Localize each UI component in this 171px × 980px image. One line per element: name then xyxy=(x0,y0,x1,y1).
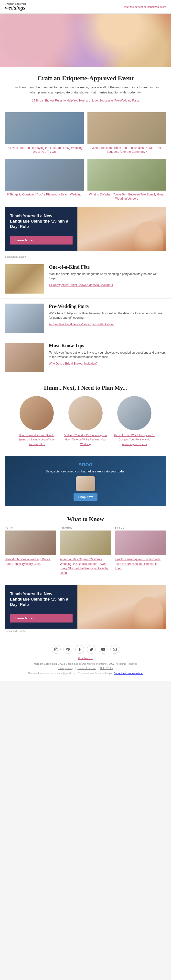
bottom-ad-person-image xyxy=(134,597,163,628)
circle-caption-link[interactable]: These Are the Worst Things You're Doing … xyxy=(113,434,155,445)
craft-link[interactable]: 14 Bridal Shower Rules to Help You Host … xyxy=(32,99,139,102)
col-style: STYLE Tips for Ensuring Your Bridesmaids… xyxy=(115,526,166,575)
article-item: What Should the Bride and Bridesmaids Do… xyxy=(88,112,166,154)
bottom-ad-text-content: Teach Yourself a New Language Using the … xyxy=(5,585,77,628)
bottom-ad-sponsored-label: Sponsored / Babbel xyxy=(0,629,171,635)
prewedding-heading: Pre-Wedding Party xyxy=(49,304,166,309)
facebook-icon[interactable] xyxy=(75,645,84,654)
articles-row-1: The Pros and Cons of Buying the First (a… xyxy=(0,110,171,157)
logo: MARTHA STEWART weddings xyxy=(5,3,26,11)
ad-heading: Teach Yourself a New Language Using the … xyxy=(10,213,73,229)
svg-point-2 xyxy=(57,648,58,649)
fete-link[interactable]: 41 Unexpected Bridal Shower Ideas to Boo… xyxy=(49,283,113,287)
mustknow-text: Must-Know Tips To help you figure out wh… xyxy=(49,343,166,366)
fete-section: One-of-a-Kind Fête Mark the special day … xyxy=(0,259,171,298)
circle-caption-link[interactable]: 5 Things You May Be Spending Too Much Ti… xyxy=(64,434,107,445)
privacy-policy-link[interactable]: Privacy Policy xyxy=(58,667,73,670)
ad-sponsored-label: Sponsored / Babbel xyxy=(0,255,171,259)
snoo-ad-banner: snoo Safe, science-based cot that helps … xyxy=(5,456,166,506)
col-img-inner xyxy=(60,530,111,555)
article-link[interactable]: 8 Things to Consider If You're Planning … xyxy=(7,193,82,196)
svg-point-1 xyxy=(56,649,57,650)
articles-row-2: 8 Things to Consider If You're Planning … xyxy=(0,156,171,203)
snoo-tagline: Safe, science-based cot that helps sleep… xyxy=(46,469,126,474)
email-info: This email was sent to someone@gmail.com… xyxy=(5,671,166,676)
col-article-link-style[interactable]: Tips for Ensuring Your Bridesmaids Love … xyxy=(115,558,160,570)
mustknow-image xyxy=(5,343,44,372)
hmm-heading: Hmm...Next, I Need to Plan My... xyxy=(5,385,166,391)
three-col-layout: PLAN How Much Does a Wedding Dance Floor… xyxy=(5,526,166,575)
circle-item: Here's How Much You Should Spend on Each… xyxy=(14,396,59,446)
prewedding-image-container xyxy=(5,304,44,333)
col-image-style xyxy=(115,530,166,555)
article-title: What to Do When You're Torn Between Two … xyxy=(88,192,166,201)
mustknow-link[interactable]: Who Gets a Bridal Shower Invitation? xyxy=(49,362,97,365)
social-icons-row xyxy=(5,645,166,654)
circles-row: Here's How Much You Should Spend on Each… xyxy=(5,396,166,446)
article-image xyxy=(88,159,166,191)
article-item: The Pros and Cons of Buying the First (a… xyxy=(5,112,84,154)
prewedding-image xyxy=(5,304,44,333)
twitter-icon[interactable] xyxy=(87,645,96,654)
col-image-inspire xyxy=(60,530,111,555)
mustknow-image-container xyxy=(5,343,44,372)
what-to-know-section: What to Know PLAN How Much Does a Weddin… xyxy=(0,511,171,580)
circle-inner-image xyxy=(69,396,102,430)
mustknow-heading: Must-Know Tips xyxy=(49,343,166,348)
article-link[interactable]: The Pros and Cons of Buying the First (a… xyxy=(6,146,83,154)
help-link[interactable]: Help Center xyxy=(100,667,113,670)
ad-banner-babbel-2: Teach Yourself a New Language Using the … xyxy=(5,585,166,629)
instagram-icon[interactable] xyxy=(52,645,61,654)
col-img-inner xyxy=(5,530,56,555)
fete-heading: One-of-a-Kind Fête xyxy=(49,264,166,270)
circle-caption-link[interactable]: Here's How Much You Should Spend on Each… xyxy=(19,434,55,445)
logo-main: weddings xyxy=(5,5,25,11)
prewedding-section: Pre-Wedding Party We're here to help you… xyxy=(0,298,171,338)
col-article-link-inspire[interactable]: Ahead of This Organic California Wedding… xyxy=(60,558,109,575)
fete-image-container xyxy=(5,264,44,294)
header-nav-link[interactable]: Plan the perfect personalized event xyxy=(124,5,166,8)
email-note: This email was forwarded to you xyxy=(78,672,113,675)
mustknow-body: To help you figure out who to invite to … xyxy=(49,350,166,359)
footer-privacy-links: Privacy Policy | Terms of Service | Help… xyxy=(5,666,166,671)
prewedding-body: We're here to help you outline the event… xyxy=(49,311,166,320)
youtube-icon[interactable] xyxy=(99,645,107,654)
col-label-inspire: INSPIRE xyxy=(60,526,111,529)
subscribe-newsletter-link[interactable]: Subscribe to our newsletter xyxy=(114,672,144,675)
bottom-learn-more-button[interactable]: Learn More xyxy=(10,614,73,622)
col-inspire: INSPIRE Ahead of This Organic California… xyxy=(60,526,111,575)
email-sent-to-text: This email was sent to someone@gmail.com xyxy=(27,672,76,675)
circle-image-3 xyxy=(117,396,152,430)
ad-person-image xyxy=(134,221,163,251)
shop-now-button[interactable]: Shop Now xyxy=(74,493,98,501)
pinterest-icon[interactable] xyxy=(64,645,72,654)
col-image-plan xyxy=(5,530,56,555)
circle-item: These Are the Worst Things You're Doing … xyxy=(112,396,157,446)
unsubscribe-link[interactable]: Unsubscribe xyxy=(5,657,166,660)
tos-link[interactable]: Terms of Service xyxy=(77,667,96,670)
email-container: MARTHA STEWART weddings Plan the perfect… xyxy=(0,0,171,681)
mustknow-section: Must-Know Tips To help you figure out wh… xyxy=(0,338,171,377)
col-label-style: STYLE xyxy=(115,526,166,529)
hero-image xyxy=(0,14,171,67)
footer-legal-text: Meredith Corporation, 37733 Lincoln Stre… xyxy=(5,662,166,666)
circle-inner-image xyxy=(117,396,152,430)
article-item: 8 Things to Consider If You're Planning … xyxy=(5,159,84,201)
article-item: What to Do When You're Torn Between Two … xyxy=(88,159,166,201)
article-image xyxy=(5,159,84,191)
fete-body: Mark the special day and her bright futu… xyxy=(49,272,166,281)
article-link[interactable]: What Should the Bride and Bridesmaids Do… xyxy=(92,146,162,154)
snoo-logo: snoo xyxy=(78,461,92,468)
article-link[interactable]: What to Do When You're Torn Between Two … xyxy=(89,193,165,200)
learn-more-button[interactable]: Learn More xyxy=(10,236,73,245)
craft-section: Craft an Etiquette-Approved Event From f… xyxy=(0,67,171,110)
footer-legal-content: Meredith Corporation, 37733 Lincoln Stre… xyxy=(34,662,137,665)
col-img-inner xyxy=(115,530,166,555)
craft-body: From figuring out the guest list to deci… xyxy=(10,85,161,95)
ad-image xyxy=(77,207,166,251)
prewedding-link[interactable]: A Complete Timeline for Planning a Brida… xyxy=(49,323,113,326)
fete-text: One-of-a-Kind Fête Mark the special day … xyxy=(49,264,166,287)
col-article-link-plan[interactable]: How Much Does a Wedding Dance Floor Rent… xyxy=(5,558,51,566)
article-title: The Pros and Cons of Buying the First (a… xyxy=(5,146,84,154)
mail-icon[interactable] xyxy=(110,645,119,654)
